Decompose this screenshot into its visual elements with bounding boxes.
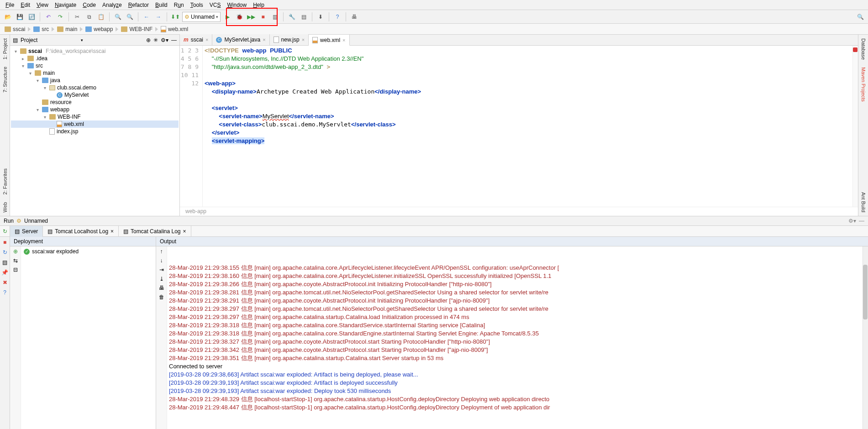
close-icon[interactable]: × xyxy=(302,37,305,42)
help-icon[interactable]: ? xyxy=(1,289,9,296)
crumb-src[interactable]: src xyxy=(31,26,52,32)
editor-tab[interactable]: web.xml× xyxy=(309,35,349,46)
sync-icon[interactable]: 🔃 xyxy=(26,12,37,22)
scrollbar[interactable] xyxy=(863,246,868,429)
editor-tab[interactable]: new.jsp× xyxy=(270,34,309,45)
tree-webinf[interactable]: ▾WEB-INF xyxy=(11,113,179,120)
side-ant-tab[interactable]: Ant Build xyxy=(860,188,867,216)
find-icon[interactable]: 🔍 xyxy=(113,12,123,22)
coverage-icon[interactable]: ▶▶ xyxy=(246,12,256,22)
run-tab[interactable]: ▤Server xyxy=(10,226,43,237)
side-project-tab[interactable]: 1: Project xyxy=(1,35,9,63)
back-icon[interactable]: ← xyxy=(142,12,152,22)
chevron-down-icon[interactable]: ▾ xyxy=(81,38,83,42)
gear-icon[interactable]: ⚙▾ xyxy=(161,37,168,43)
paste-icon[interactable]: 📋 xyxy=(96,12,106,22)
menu-navigate[interactable]: Navigate xyxy=(52,1,79,9)
tree-java[interactable]: ▾java xyxy=(11,77,179,84)
scroll-end-icon[interactable]: ⤓ xyxy=(159,276,164,282)
pin-icon[interactable]: 📌 xyxy=(1,269,9,276)
crumb-main[interactable]: main xyxy=(54,26,80,32)
menu-build[interactable]: Build xyxy=(153,1,170,9)
editor-tab[interactable]: msscai× xyxy=(180,34,212,45)
menu-refactor[interactable]: Refactor xyxy=(126,1,152,9)
menu-view[interactable]: View xyxy=(34,1,51,9)
undo-icon[interactable]: ↶ xyxy=(43,12,53,22)
error-mark-icon[interactable] xyxy=(853,47,857,52)
crumb-webxml[interactable]: web.xml xyxy=(158,26,191,32)
scroll-to-icon[interactable]: ⊕ xyxy=(146,37,151,43)
tree-class[interactable]: CMyServlet xyxy=(11,91,179,99)
run-tab[interactable]: ▤Tomcat Catalina Log× xyxy=(119,226,191,237)
deployment-list[interactable]: ✓ sscai:war exploded xyxy=(21,246,156,429)
copy-icon[interactable]: ⧉ xyxy=(84,12,94,22)
undeploy-icon[interactable]: ⊟ xyxy=(13,267,18,273)
project-tree[interactable]: ▾sscaiF:\idea_workspace\sscai ▸.idea ▾sr… xyxy=(10,46,179,216)
menu-window[interactable]: Window xyxy=(224,1,249,9)
hide-icon[interactable]: — xyxy=(171,37,177,43)
run-config-selector[interactable]: ⚙ Unnamed ▾ xyxy=(182,12,221,22)
layout-icon[interactable]: ▤ xyxy=(1,259,9,266)
print-icon[interactable]: 🖶 xyxy=(349,12,359,22)
side-favorites-tab[interactable]: 2: Favorites xyxy=(1,165,9,198)
tree-idea[interactable]: ▸.idea xyxy=(11,55,179,62)
tree-package[interactable]: ▾club.sscai.demo xyxy=(11,84,179,91)
gear-icon[interactable]: ⚙▾ xyxy=(848,218,856,224)
side-maven-tab[interactable]: Maven Projects xyxy=(860,63,867,105)
crumb-sscai[interactable]: sscai xyxy=(2,26,28,32)
tree-indexjsp[interactable]: index.jsp xyxy=(11,128,179,135)
tree-webapp[interactable]: ▾webapp xyxy=(11,106,179,113)
menu-tools[interactable]: Tools xyxy=(188,1,206,9)
deploy-all-icon[interactable]: ⇆ xyxy=(13,257,18,264)
search-everywhere-icon[interactable]: 🔍 xyxy=(855,12,865,22)
close-icon[interactable]: × xyxy=(263,37,265,42)
menu-code[interactable]: Code xyxy=(80,1,99,9)
menu-file[interactable]: File xyxy=(3,1,17,9)
help-icon[interactable]: ? xyxy=(332,12,342,22)
tree-resource[interactable]: resource xyxy=(11,99,179,106)
profile-icon[interactable]: ▥ xyxy=(270,12,280,22)
console-log[interactable]: 28-Mar-2019 21:29:38.155 信息 [main] org.a… xyxy=(167,246,868,429)
forward-icon[interactable]: → xyxy=(153,12,163,22)
crumb-webapp[interactable]: webapp xyxy=(83,26,116,32)
code-editor[interactable]: <!DOCTYPE web-app PUBLIC "-//Sun Microsy… xyxy=(203,46,858,207)
close-icon[interactable]: × xyxy=(205,37,208,42)
rerun-icon[interactable]: ↻ xyxy=(0,226,10,236)
redo-icon[interactable]: ↷ xyxy=(55,12,65,22)
rerun-icon[interactable]: ↻ xyxy=(1,249,9,256)
debug-icon[interactable]: 🐞 xyxy=(234,12,244,22)
menu-analyze[interactable]: Analyze xyxy=(100,1,125,9)
stop-icon[interactable]: ■ xyxy=(258,12,268,22)
project-structure-icon[interactable]: ▤ xyxy=(299,12,309,22)
settings-icon[interactable]: 🔧 xyxy=(287,12,297,22)
close-icon[interactable]: × xyxy=(183,228,186,235)
tree-webxml[interactable]: web.xml xyxy=(11,120,179,128)
editor-tab[interactable]: CMyServlet.java× xyxy=(212,34,269,45)
clear-icon[interactable]: 🗑 xyxy=(159,294,164,300)
up-icon[interactable]: ↑ xyxy=(160,248,163,255)
artifact-item[interactable]: ✓ sscai:war exploded xyxy=(24,248,153,255)
crumb-webinf[interactable]: WEB-INF xyxy=(118,26,155,32)
build-icon[interactable]: ⬇⬆ xyxy=(170,12,180,22)
tree-root[interactable]: ▾sscaiF:\idea_workspace\sscai xyxy=(11,47,179,55)
close-icon[interactable]: × xyxy=(110,228,114,235)
run-tab[interactable]: ▤Tomcat Localhost Log× xyxy=(43,226,119,237)
save-icon[interactable]: 💾 xyxy=(15,12,25,22)
side-database-tab[interactable]: Database xyxy=(860,35,867,63)
hide-icon[interactable]: — xyxy=(859,218,864,224)
down-icon[interactable]: ↓ xyxy=(160,257,163,264)
close-icon[interactable]: ✖ xyxy=(1,279,9,286)
print-icon[interactable]: 🖶 xyxy=(159,285,164,291)
deploy-icon[interactable]: ⊕ xyxy=(13,248,18,255)
open-icon[interactable]: 📂 xyxy=(3,12,13,22)
soft-wrap-icon[interactable]: ⇥ xyxy=(159,267,164,273)
replace-icon[interactable]: 🔍 xyxy=(125,12,135,22)
tree-src[interactable]: ▾src xyxy=(11,62,179,69)
menu-edit[interactable]: Edit xyxy=(18,1,33,9)
editor-breadcrumb[interactable]: web-app xyxy=(180,207,858,216)
menu-run[interactable]: Run xyxy=(171,1,187,9)
sdk-icon[interactable]: ⬇ xyxy=(316,12,326,22)
side-web-tab[interactable]: Web xyxy=(1,199,9,216)
stop-icon[interactable]: ■ xyxy=(1,239,9,246)
error-stripe[interactable] xyxy=(852,46,858,207)
